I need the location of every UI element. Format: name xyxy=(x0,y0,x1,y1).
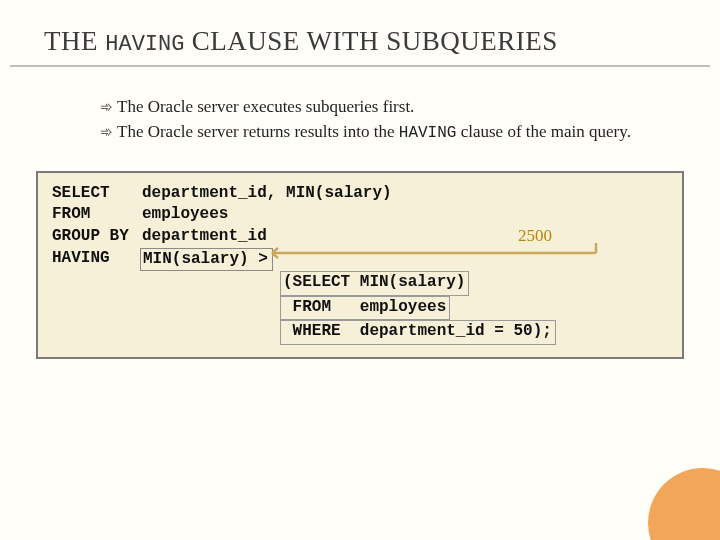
bullet-pre: The Oracle server returns results into t… xyxy=(117,122,399,141)
bullet-post: clause of the main query. xyxy=(456,122,631,141)
sql-keyword: GROUP BY xyxy=(52,226,142,248)
code-line: FROMemployees xyxy=(52,204,668,226)
subquery-box: WHERE department_id = 50); xyxy=(280,320,556,345)
having-expr-box: MIN(salary) > xyxy=(140,248,273,272)
title-mono: HAVING xyxy=(105,32,184,57)
bullet-mono: HAVING xyxy=(399,124,457,142)
sql-having-expr: MIN(salary) > xyxy=(143,250,268,268)
code-line: GROUP BYdepartment_id xyxy=(52,226,668,248)
bullet-item: ➾ The Oracle server returns results into… xyxy=(100,120,660,145)
sql-rest: department_id xyxy=(142,226,267,248)
bullet-item: ➾ The Oracle server executes subqueries … xyxy=(100,95,660,120)
bullet-icon: ➾ xyxy=(100,95,113,120)
sql-keyword: HAVING xyxy=(52,248,142,272)
code-line: (SELECT MIN(salary) xyxy=(52,271,668,296)
bullet-list: ➾ The Oracle server executes subqueries … xyxy=(100,95,660,145)
title-post: CLAUSE WITH SUBQUERIES xyxy=(184,26,557,56)
sql-code-box: SELECTdepartment_id, MIN(salary) FROMemp… xyxy=(36,171,684,359)
sql-keyword: FROM xyxy=(52,204,142,226)
code-line: WHERE department_id = 50); xyxy=(52,320,668,345)
code-line: HAVINGMIN(salary) > xyxy=(52,248,668,272)
decorative-corner-circle xyxy=(648,468,720,540)
bullet-pre: The Oracle server executes subqueries fi… xyxy=(117,97,414,116)
subquery-box: FROM employees xyxy=(280,296,450,321)
sql-keyword: SELECT xyxy=(52,183,142,205)
annotation-value: 2500 xyxy=(518,225,552,248)
bullet-text: The Oracle server executes subqueries fi… xyxy=(117,95,414,120)
sql-rest: department_id, MIN(salary) xyxy=(142,183,392,205)
title-pre: THE xyxy=(44,26,105,56)
code-line: FROM employees xyxy=(52,296,668,321)
bullet-icon: ➾ xyxy=(100,120,113,145)
slide-title: THE HAVING CLAUSE WITH SUBQUERIES xyxy=(10,0,710,67)
sql-rest: employees xyxy=(142,204,228,226)
bullet-text: The Oracle server returns results into t… xyxy=(117,120,631,145)
sql-sub-line: (SELECT MIN(salary) xyxy=(283,273,465,291)
subquery-box: (SELECT MIN(salary) xyxy=(280,271,469,296)
sql-sub-line: FROM employees xyxy=(283,298,446,316)
sql-sub-line: WHERE department_id = 50); xyxy=(283,322,552,340)
code-line: SELECTdepartment_id, MIN(salary) xyxy=(52,183,668,205)
